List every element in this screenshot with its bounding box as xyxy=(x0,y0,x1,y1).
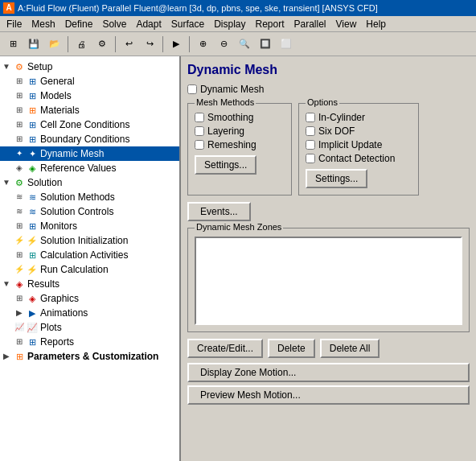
calc-act-expander[interactable]: ⊞ xyxy=(13,249,26,261)
tree-general[interactable]: ⊞ ⊞ General xyxy=(0,74,179,88)
remeshing-label[interactable]: Remeshing xyxy=(207,139,256,150)
toolbar-run[interactable]: ▶ xyxy=(166,35,186,54)
results-expander[interactable]: ▼ xyxy=(0,278,13,290)
display-zone-motion-button[interactable]: Display Zone Motion... xyxy=(187,363,470,382)
menu-mesh[interactable]: Mesh xyxy=(27,17,60,31)
preview-mesh-motion-button[interactable]: Preview Mesh Motion... xyxy=(187,385,470,405)
params-expander[interactable]: ▶ xyxy=(0,350,13,363)
menu-parallel[interactable]: Parallel xyxy=(289,17,331,31)
toolbar-new[interactable]: ⊞ xyxy=(3,35,23,54)
tree-materials[interactable]: ⊞ ⊞ Materials xyxy=(0,103,179,117)
tree-calc-activities[interactable]: ⊞ ⊞ Calculation Activities xyxy=(0,248,179,262)
materials-expander[interactable]: ⊞ xyxy=(13,104,26,117)
implicit-update-checkbox[interactable] xyxy=(306,140,315,150)
dynamic-mesh-checkbox[interactable] xyxy=(187,84,197,94)
in-cylinder-label[interactable]: In-Cylinder xyxy=(318,112,365,123)
general-expander[interactable]: ⊞ xyxy=(13,75,26,88)
in-cylinder-checkbox[interactable] xyxy=(306,113,315,122)
toolbar-box[interactable]: 🔲 xyxy=(256,35,275,54)
events-button[interactable]: Events... xyxy=(187,202,251,221)
tree-solution-controls[interactable]: ≋ ≋ Solution Controls xyxy=(0,204,179,219)
toolbar-fit[interactable]: 🔍 xyxy=(235,35,254,54)
sol-controls-expander[interactable]: ≋ xyxy=(13,205,26,218)
six-dof-label[interactable]: Six DOF xyxy=(318,126,355,137)
menu-solve[interactable]: Solve xyxy=(97,17,131,31)
toolbar-zoom-out[interactable]: ⊖ xyxy=(214,35,233,54)
menu-view[interactable]: View xyxy=(331,17,362,31)
tree-reference[interactable]: ◈ ◈ Reference Values xyxy=(0,161,179,175)
tree-animations[interactable]: ▶ ▶ Animations xyxy=(0,306,179,320)
toolbar-rect[interactable]: ⬜ xyxy=(277,35,296,54)
dynamic-mesh-icon: ✦ xyxy=(26,147,39,160)
solution-expander[interactable]: ▼ xyxy=(0,176,13,189)
sol-methods-expander[interactable]: ≋ xyxy=(13,191,26,204)
tree-plots[interactable]: 📈 📈 Plots xyxy=(0,320,179,335)
toolbar-zoom-in[interactable]: ⊕ xyxy=(193,35,212,54)
toolbar-redo[interactable]: ↪ xyxy=(140,35,159,54)
tree-results[interactable]: ▼ ◈ Results xyxy=(0,277,179,291)
toolbar-settings[interactable]: ⚙ xyxy=(92,35,112,54)
menu-report[interactable]: Report xyxy=(250,17,289,31)
delete-button[interactable]: Delete xyxy=(268,339,315,358)
tree-solution[interactable]: ▼ ⚙ Solution xyxy=(0,175,179,190)
layering-checkbox[interactable] xyxy=(195,126,204,136)
tree-monitors[interactable]: ⊞ ⊞ Monitors xyxy=(0,219,179,233)
tree-graphics[interactable]: ⊞ ◈ Graphics xyxy=(0,291,179,306)
menu-file[interactable]: File xyxy=(2,17,27,31)
layering-label[interactable]: Layering xyxy=(207,126,244,137)
contact-detection-label[interactable]: Contact Detection xyxy=(318,153,395,164)
dynamic-mesh-checkbox-label[interactable]: Dynamic Mesh xyxy=(200,84,264,95)
run-calc-expander[interactable]: ⚡ xyxy=(13,263,26,276)
graphics-label: Graphics xyxy=(40,293,79,304)
plots-expander[interactable]: 📈 xyxy=(13,321,26,334)
toolbar-save[interactable]: 💾 xyxy=(24,35,43,54)
menu-adapt[interactable]: Adapt xyxy=(131,17,166,31)
boundary-icon: ⊞ xyxy=(26,133,39,146)
zones-list[interactable] xyxy=(195,237,462,325)
smoothing-label[interactable]: Smoothing xyxy=(207,112,253,123)
cell-zone-expander[interactable]: ⊞ xyxy=(13,118,26,131)
tree-parameters[interactable]: ▶ ⊞ Parameters & Customization xyxy=(0,349,179,364)
mesh-methods-settings-button[interactable]: Settings... xyxy=(195,155,256,175)
reference-expander[interactable]: ◈ xyxy=(13,162,26,175)
delete-all-button[interactable]: Delete All xyxy=(320,339,380,358)
run-calc-label: Run Calculation xyxy=(40,264,109,275)
reports-expander[interactable]: ⊞ xyxy=(13,335,26,348)
toolbar-sep4 xyxy=(189,36,190,52)
toolbar-print[interactable]: 🖨 xyxy=(72,35,91,54)
tree-models[interactable]: ⊞ ⊞ Models xyxy=(0,88,179,103)
animations-expander[interactable]: ▶ xyxy=(13,307,26,319)
cell-zone-icon: ⊞ xyxy=(26,118,39,131)
tree-boundary[interactable]: ⊞ ⊞ Boundary Conditions xyxy=(0,132,179,146)
tree-run-calc[interactable]: ⚡ ⚡ Run Calculation xyxy=(0,262,179,277)
menu-display[interactable]: Display xyxy=(209,17,250,31)
toolbar-open[interactable]: 📂 xyxy=(45,35,64,54)
tree-sol-init[interactable]: ⚡ ⚡ Solution Initialization xyxy=(0,233,179,248)
contact-detection-checkbox[interactable] xyxy=(306,154,315,163)
monitors-expander[interactable]: ⊞ xyxy=(13,220,26,233)
implicit-update-label[interactable]: Implicit Update xyxy=(318,139,382,150)
menu-surface[interactable]: Surface xyxy=(166,17,209,31)
tree-dynamic-mesh[interactable]: ✦ ✦ Dynamic Mesh xyxy=(0,146,179,161)
sol-init-label: Solution Initialization xyxy=(40,235,128,246)
models-expander[interactable]: ⊞ xyxy=(13,89,26,102)
options-settings-button[interactable]: Settings... xyxy=(306,169,367,188)
sol-controls-label: Solution Controls xyxy=(40,206,113,217)
tree-reports[interactable]: ⊞ ⊞ Reports xyxy=(0,335,179,349)
tree-setup[interactable]: ▼ ⚙ Setup xyxy=(0,60,179,74)
toolbar-sep3 xyxy=(162,36,163,52)
setup-expander[interactable]: ▼ xyxy=(0,60,13,73)
create-edit-button[interactable]: Create/Edit... xyxy=(187,339,263,358)
boundary-expander[interactable]: ⊞ xyxy=(13,133,26,146)
sol-init-expander[interactable]: ⚡ xyxy=(13,234,26,247)
menu-define[interactable]: Define xyxy=(60,17,98,31)
smoothing-checkbox[interactable] xyxy=(195,113,204,122)
toolbar-undo[interactable]: ↩ xyxy=(119,35,138,54)
tree-solution-methods[interactable]: ≋ ≋ Solution Methods xyxy=(0,190,179,204)
graphics-expander[interactable]: ⊞ xyxy=(13,292,26,305)
dynamic-mesh-expander[interactable]: ✦ xyxy=(13,147,26,160)
tree-cell-zone[interactable]: ⊞ ⊞ Cell Zone Conditions xyxy=(0,117,179,132)
remeshing-checkbox[interactable] xyxy=(195,140,204,150)
menu-help[interactable]: Help xyxy=(361,17,391,31)
six-dof-checkbox[interactable] xyxy=(306,126,315,136)
